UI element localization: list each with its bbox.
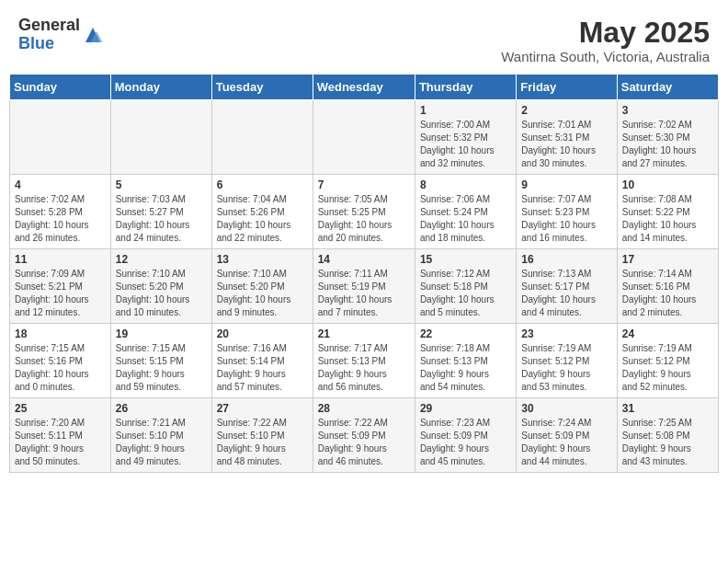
calendar-cell: 16Sunrise: 7:13 AM Sunset: 5:17 PM Dayli… — [517, 249, 617, 324]
day-number: 15 — [420, 253, 511, 266]
day-info: Sunrise: 7:13 AM Sunset: 5:17 PM Dayligh… — [521, 268, 611, 319]
day-info: Sunrise: 7:18 AM Sunset: 5:13 PM Dayligh… — [420, 342, 511, 394]
calendar-cell: 3Sunrise: 7:02 AM Sunset: 5:30 PM Daylig… — [617, 100, 718, 175]
logo: General Blue — [18, 17, 104, 53]
day-info: Sunrise: 7:21 AM Sunset: 5:10 PM Dayligh… — [116, 417, 207, 468]
calendar-cell: 5Sunrise: 7:03 AM Sunset: 5:27 PM Daylig… — [110, 175, 211, 249]
header-cell-saturday: Saturday — [617, 75, 718, 100]
day-number: 30 — [521, 402, 611, 415]
calendar-cell: 31Sunrise: 7:25 AM Sunset: 5:08 PM Dayli… — [617, 398, 718, 473]
calendar-cell — [211, 100, 313, 175]
calendar-cell: 4Sunrise: 7:02 AM Sunset: 5:28 PM Daylig… — [10, 175, 111, 249]
calendar-cell: 13Sunrise: 7:10 AM Sunset: 5:20 PM Dayli… — [211, 249, 313, 324]
day-info: Sunrise: 7:01 AM Sunset: 5:31 PM Dayligh… — [521, 119, 611, 170]
day-number: 3 — [622, 104, 713, 117]
day-info: Sunrise: 7:20 AM Sunset: 5:11 PM Dayligh… — [15, 417, 106, 468]
day-info: Sunrise: 7:23 AM Sunset: 5:09 PM Dayligh… — [420, 417, 511, 468]
day-info: Sunrise: 7:08 AM Sunset: 5:22 PM Dayligh… — [622, 193, 713, 245]
location-title: Wantirna South, Victoria, Australia — [501, 49, 710, 64]
calendar-cell: 15Sunrise: 7:12 AM Sunset: 5:18 PM Dayli… — [415, 249, 516, 324]
day-number: 23 — [521, 327, 611, 340]
calendar-cell: 17Sunrise: 7:14 AM Sunset: 5:16 PM Dayli… — [617, 249, 718, 324]
calendar-cell: 7Sunrise: 7:05 AM Sunset: 5:25 PM Daylig… — [313, 175, 415, 249]
day-info: Sunrise: 7:22 AM Sunset: 5:10 PM Dayligh… — [217, 417, 308, 468]
day-info: Sunrise: 7:00 AM Sunset: 5:32 PM Dayligh… — [420, 119, 511, 170]
day-number: 20 — [217, 327, 308, 340]
day-info: Sunrise: 7:05 AM Sunset: 5:25 PM Dayligh… — [318, 193, 410, 245]
calendar-body: 1Sunrise: 7:00 AM Sunset: 5:32 PM Daylig… — [10, 100, 719, 473]
day-number: 4 — [15, 178, 106, 191]
day-number: 25 — [15, 402, 106, 415]
day-number: 16 — [521, 253, 611, 266]
calendar-header-row: SundayMondayTuesdayWednesdayThursdayFrid… — [10, 75, 719, 100]
day-info: Sunrise: 7:16 AM Sunset: 5:14 PM Dayligh… — [217, 342, 308, 394]
day-info: Sunrise: 7:02 AM Sunset: 5:30 PM Dayligh… — [622, 119, 713, 170]
title-block: May 2025 Wantirna South, Victoria, Austr… — [501, 17, 710, 64]
header-cell-tuesday: Tuesday — [211, 75, 313, 100]
day-info: Sunrise: 7:06 AM Sunset: 5:24 PM Dayligh… — [420, 193, 511, 245]
month-title: May 2025 — [501, 17, 710, 49]
calendar-cell — [110, 100, 211, 175]
day-number: 21 — [318, 327, 410, 340]
day-number: 29 — [420, 402, 511, 415]
day-info: Sunrise: 7:04 AM Sunset: 5:26 PM Dayligh… — [217, 193, 308, 245]
calendar-cell: 25Sunrise: 7:20 AM Sunset: 5:11 PM Dayli… — [10, 398, 111, 473]
calendar-cell: 12Sunrise: 7:10 AM Sunset: 5:20 PM Dayli… — [110, 249, 211, 324]
day-number: 14 — [318, 253, 410, 266]
calendar-cell: 6Sunrise: 7:04 AM Sunset: 5:26 PM Daylig… — [211, 175, 313, 249]
day-info: Sunrise: 7:19 AM Sunset: 5:12 PM Dayligh… — [521, 342, 611, 394]
logo-general: General — [18, 17, 80, 35]
calendar-cell: 22Sunrise: 7:18 AM Sunset: 5:13 PM Dayli… — [415, 324, 516, 398]
calendar-cell: 20Sunrise: 7:16 AM Sunset: 5:14 PM Dayli… — [211, 324, 313, 398]
header-cell-thursday: Thursday — [415, 75, 516, 100]
day-info: Sunrise: 7:15 AM Sunset: 5:15 PM Dayligh… — [116, 342, 207, 394]
logo-blue: Blue — [18, 35, 80, 53]
day-info: Sunrise: 7:19 AM Sunset: 5:12 PM Dayligh… — [622, 342, 713, 394]
day-info: Sunrise: 7:14 AM Sunset: 5:16 PM Dayligh… — [622, 268, 713, 319]
calendar-cell: 29Sunrise: 7:23 AM Sunset: 5:09 PM Dayli… — [415, 398, 516, 473]
day-number: 22 — [420, 327, 511, 340]
day-info: Sunrise: 7:07 AM Sunset: 5:23 PM Dayligh… — [521, 193, 611, 245]
calendar-cell: 9Sunrise: 7:07 AM Sunset: 5:23 PM Daylig… — [517, 175, 617, 249]
calendar-cell: 10Sunrise: 7:08 AM Sunset: 5:22 PM Dayli… — [617, 175, 718, 249]
calendar-cell: 28Sunrise: 7:22 AM Sunset: 5:09 PM Dayli… — [313, 398, 415, 473]
calendar-week-row: 25Sunrise: 7:20 AM Sunset: 5:11 PM Dayli… — [10, 398, 719, 473]
calendar-cell: 21Sunrise: 7:17 AM Sunset: 5:13 PM Dayli… — [313, 324, 415, 398]
day-number: 5 — [116, 178, 207, 191]
day-number: 10 — [622, 178, 713, 191]
day-number: 19 — [116, 327, 207, 340]
calendar-cell: 23Sunrise: 7:19 AM Sunset: 5:12 PM Dayli… — [517, 324, 617, 398]
calendar-week-row: 11Sunrise: 7:09 AM Sunset: 5:21 PM Dayli… — [10, 249, 719, 324]
day-number: 7 — [318, 178, 410, 191]
calendar-cell — [10, 100, 111, 175]
day-number: 17 — [622, 253, 713, 266]
day-info: Sunrise: 7:11 AM Sunset: 5:19 PM Dayligh… — [318, 268, 410, 319]
day-number: 28 — [318, 402, 410, 415]
day-info: Sunrise: 7:10 AM Sunset: 5:20 PM Dayligh… — [217, 268, 308, 319]
calendar-cell: 24Sunrise: 7:19 AM Sunset: 5:12 PM Dayli… — [617, 324, 718, 398]
calendar-cell: 8Sunrise: 7:06 AM Sunset: 5:24 PM Daylig… — [415, 175, 516, 249]
day-info: Sunrise: 7:03 AM Sunset: 5:27 PM Dayligh… — [116, 193, 207, 245]
calendar-cell: 2Sunrise: 7:01 AM Sunset: 5:31 PM Daylig… — [517, 100, 617, 175]
day-info: Sunrise: 7:10 AM Sunset: 5:20 PM Dayligh… — [116, 268, 207, 319]
calendar-cell: 19Sunrise: 7:15 AM Sunset: 5:15 PM Dayli… — [110, 324, 211, 398]
header-cell-friday: Friday — [517, 75, 617, 100]
calendar-cell: 11Sunrise: 7:09 AM Sunset: 5:21 PM Dayli… — [10, 249, 111, 324]
day-number: 24 — [622, 327, 713, 340]
calendar-cell: 14Sunrise: 7:11 AM Sunset: 5:19 PM Dayli… — [313, 249, 415, 324]
day-info: Sunrise: 7:02 AM Sunset: 5:28 PM Dayligh… — [15, 193, 106, 245]
calendar-table: SundayMondayTuesdayWednesdayThursdayFrid… — [9, 74, 719, 473]
day-number: 11 — [15, 253, 106, 266]
day-number: 6 — [217, 178, 308, 191]
header-cell-wednesday: Wednesday — [313, 75, 415, 100]
header-cell-sunday: Sunday — [10, 75, 111, 100]
header-cell-monday: Monday — [110, 75, 211, 100]
logo-icon — [82, 24, 104, 46]
day-number: 18 — [15, 327, 106, 340]
day-number: 1 — [420, 104, 511, 117]
day-number: 13 — [217, 253, 308, 266]
calendar-cell: 1Sunrise: 7:00 AM Sunset: 5:32 PM Daylig… — [415, 100, 516, 175]
day-number: 9 — [521, 178, 611, 191]
calendar-cell — [313, 100, 415, 175]
day-number: 12 — [116, 253, 207, 266]
